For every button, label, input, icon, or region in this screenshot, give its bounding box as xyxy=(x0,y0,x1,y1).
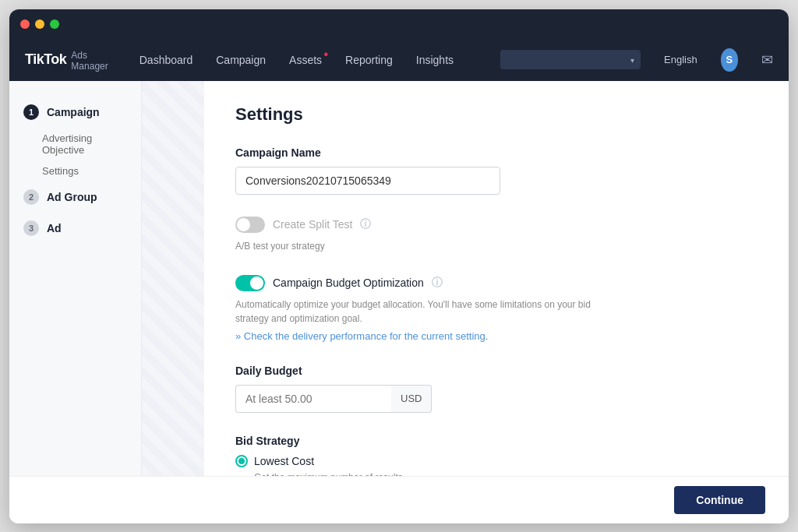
step-label-ad: Ad xyxy=(47,222,62,234)
main-layout: 1 Campaign Advertising Objective Setting… xyxy=(9,81,789,476)
split-test-row: Create Split Test ⓘ xyxy=(235,217,757,233)
avatar[interactable]: S xyxy=(721,48,738,72)
bid-strategy-section: Bid Strategy Lowest Cost Get the maximum… xyxy=(235,435,757,476)
lowest-cost-radio[interactable] xyxy=(235,455,248,467)
split-test-section: Create Split Test ⓘ A/B test your strate… xyxy=(235,217,757,253)
traffic-lights xyxy=(20,19,59,29)
sidebar-step-campaign[interactable]: 1 Campaign xyxy=(9,97,141,128)
step-label-campaign: Campaign xyxy=(47,106,100,118)
sidebar-sub-advertising-objective[interactable]: Advertising Objective xyxy=(9,128,141,160)
cbo-help-icon[interactable]: ⓘ xyxy=(432,276,443,290)
app-window: TikTok Ads Manager Dashboard Campaign As… xyxy=(9,9,789,523)
title-bar xyxy=(9,9,789,39)
logo-text: TikTok xyxy=(25,51,66,68)
nav-assets[interactable]: Assets xyxy=(289,51,322,69)
nav-campaign[interactable]: Campaign xyxy=(216,51,266,69)
cbo-delivery-link[interactable]: Check the delivery performance for the c… xyxy=(235,330,488,342)
daily-budget-input[interactable] xyxy=(235,385,391,413)
nav-dashboard[interactable]: Dashboard xyxy=(139,51,193,69)
sidebar-step-adgroup[interactable]: 2 Ad Group xyxy=(9,181,141,213)
cbo-toggle[interactable] xyxy=(235,275,265,291)
step-label-adgroup: Ad Group xyxy=(47,191,97,203)
budget-currency: USD xyxy=(391,385,432,413)
search-wrap: ▾ xyxy=(500,50,641,69)
language-selector[interactable]: English xyxy=(664,54,697,65)
campaign-name-section: Campaign Name xyxy=(235,146,757,195)
logo-sub: Ads Manager xyxy=(71,50,108,72)
budget-input-wrap: USD xyxy=(235,385,391,413)
split-test-toggle[interactable] xyxy=(235,217,265,233)
cbo-label: Campaign Budget Optimization xyxy=(273,277,424,289)
content-area: Settings Campaign Name Create Split Test… xyxy=(142,81,789,476)
content-main: Settings Campaign Name Create Split Test… xyxy=(204,81,789,476)
sidebar-step-ad[interactable]: 3 Ad xyxy=(9,213,141,244)
minimize-button[interactable] xyxy=(35,19,44,29)
step-num-1: 1 xyxy=(23,104,39,120)
daily-budget-label: Daily Budget xyxy=(235,365,757,377)
maximize-button[interactable] xyxy=(50,19,59,29)
page-title: Settings xyxy=(235,104,757,125)
cbo-row: Campaign Budget Optimization ⓘ xyxy=(235,275,757,291)
sidebar: 1 Campaign Advertising Objective Setting… xyxy=(9,81,142,476)
lowest-cost-label: Lowest Cost xyxy=(254,455,314,467)
mail-icon[interactable]: ✉ xyxy=(761,51,773,69)
step-num-3: 3 xyxy=(23,220,39,236)
split-test-label: Create Split Test xyxy=(273,218,352,231)
bid-strategy-label: Bid Strategy xyxy=(235,435,757,447)
continue-button[interactable]: Continue xyxy=(674,486,765,514)
split-test-help-icon[interactable]: ⓘ xyxy=(360,217,371,231)
nav-insights[interactable]: Insights xyxy=(416,51,454,69)
campaign-name-input[interactable] xyxy=(235,167,500,195)
main-nav: TikTok Ads Manager Dashboard Campaign As… xyxy=(9,39,789,81)
cbo-helper-text: Automatically optimize your budget alloc… xyxy=(235,298,625,326)
daily-budget-section: Daily Budget USD xyxy=(235,365,757,413)
search-dropdown-icon: ▾ xyxy=(630,55,634,64)
footer-bar: Continue xyxy=(9,476,789,523)
split-test-sub: A/B test your strategy xyxy=(235,239,625,253)
logo: TikTok Ads Manager xyxy=(25,48,108,72)
cbo-section: Campaign Budget Optimization ⓘ Automatic… xyxy=(235,275,757,343)
sidebar-sub-settings[interactable]: Settings xyxy=(9,160,141,181)
content-sidebar-decoration xyxy=(142,81,204,476)
step-num-2: 2 xyxy=(23,189,39,205)
campaign-name-label: Campaign Name xyxy=(235,146,757,159)
search-input[interactable] xyxy=(500,50,641,69)
nav-reporting[interactable]: Reporting xyxy=(345,51,393,69)
close-button[interactable] xyxy=(20,19,30,29)
bid-strategy-radio-row[interactable]: Lowest Cost xyxy=(235,455,757,467)
